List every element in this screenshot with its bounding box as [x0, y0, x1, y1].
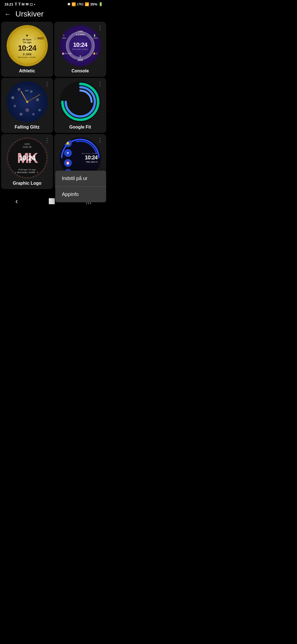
graphic-time: 10:24 [19, 154, 36, 162]
locked-in-more-button[interactable]: ⋮ [96, 136, 104, 144]
heart-icon-btn: ♥ [64, 149, 72, 157]
run-icon-sm2: 🏃 [36, 171, 39, 173]
console-time: 10:24 [72, 41, 88, 48]
console-face-display: 🏃64% 🔋100% LON 3:24PM 10:24 MICHAEL KORS… [60, 25, 101, 66]
status-bar: 19.21 𝕋 𝕋 M ✉ ◻ • ✱ 🛜 LTE1 📶 35% 🔋 [0, 0, 107, 7]
graphic-logo-more-button[interactable]: ⋮ [43, 136, 51, 144]
google-fit-watch-face [60, 81, 101, 122]
status-time: 19.21 [4, 2, 13, 6]
google-fit-rings-svg [60, 81, 101, 122]
graphic-heart-rate: ♥ 80 bpm 7m ago [18, 168, 36, 171]
email-icon: ✉ [26, 2, 29, 6]
console-brand: MICHAEL KORS [72, 48, 88, 50]
watch-center [26, 101, 28, 103]
bluetooth-icon: ✱ [67, 2, 70, 6]
falling-glitz-face-display: MK [7, 81, 48, 122]
tiktok-icon-2: 𝕋 [18, 2, 21, 6]
run-icon-sm: ♦ [15, 171, 16, 173]
console-more-button[interactable]: ⋮ [96, 24, 104, 32]
falling-glitz-more-button[interactable]: ⋮ [43, 80, 51, 88]
app-info-menu-item[interactable]: Appinfo [55, 187, 106, 202]
falling-glitz-label: Falling Glitz [15, 125, 40, 130]
page-title: Urskiver [15, 10, 44, 18]
google-fit-more-button[interactable]: ⋮ [96, 80, 104, 88]
battery-level: 35% [90, 2, 97, 6]
heart-icon: ♥ [26, 33, 28, 38]
watch-card-console[interactable]: ⋮ 🏃64% 🔋100% LON 3:24PM 10:24 MICHAEL KO… [54, 22, 106, 77]
graphic-logo-face-display: 100% AUG 25 MK 10:24 ♥ 80 bpm 7m ago ♦ M… [7, 137, 48, 179]
console-duration: 📅 4H 36M [62, 53, 72, 55]
status-right: ✱ 🛜 LTE1 📶 35% 🔋 [67, 2, 103, 6]
tiktok-icon-1: 𝕋 [15, 2, 17, 6]
bell-icon-btn: 🔔 [64, 139, 72, 147]
graphic-logo-watch-face: 100% AUG 25 MK 10:24 ♥ 80 bpm 7m ago ♦ M… [7, 137, 48, 179]
battery-icon: 🔋 [98, 2, 103, 6]
google-fit-face-display [60, 81, 101, 122]
console-time-block: 10:24 MICHAEL KORS [72, 41, 88, 50]
console-watch-face: 🏃64% 🔋100% LON 3:24PM 10:24 MICHAEL KORS… [60, 25, 101, 66]
instagram-icon: ◻ [30, 2, 33, 6]
watch-card-google-fit[interactable]: ⋮ Google Fit [54, 78, 106, 133]
page-header: ← Urskiver [0, 7, 107, 22]
graphic-date: AUG 25 [23, 146, 31, 148]
console-date: 3 JAN [77, 55, 83, 62]
athletic-inner-display: ♥ 80 bpm 7m ago 10:24 3 JAN MICHAEL KORS [18, 33, 36, 58]
athletic-face-display: 🏃 6423 ♥ 80 bpm 7m ago 10:24 3 JAN MICHA… [7, 25, 48, 66]
locked-time: 10:24 [82, 154, 97, 161]
lte-indicator: LTE1 [77, 3, 84, 6]
wifi-icon: 🛜 [72, 2, 76, 6]
graphic-battery: 100% [24, 143, 30, 145]
athletic-watch-face: 🏃 6423 ♥ 80 bpm 7m ago 10:24 3 JAN MICHA… [7, 25, 48, 66]
console-label: Console [72, 69, 89, 73]
locked-date: FRI, NOV 9 [82, 161, 97, 163]
graphic-logo-label: Graphic Logo [13, 181, 42, 186]
google-fit-label: Google Fit [69, 125, 91, 130]
dot-indicator: • [34, 2, 35, 6]
watch-faces-grid: 🏃 6423 ♥ 80 bpm 7m ago 10:24 3 JAN MICHA… [0, 22, 107, 189]
athletic-heart-rate: 80 bpm 7m ago [23, 38, 32, 44]
signal-icon: 📶 [85, 2, 89, 6]
athletic-date: 3 JAN [23, 53, 31, 56]
watch-card-graphic-logo[interactable]: ⋮ 100% AUG 25 MK 10:24 ♥ 80 bpm 7m ago ♦… [1, 134, 53, 189]
status-left: 19.21 𝕋 𝕋 M ✉ ◻ • [4, 2, 35, 6]
clock-icon-btn: ⏰ [64, 159, 72, 167]
locked-info-block: MICHAEL KORS 10:24 FRI, NOV 9 [82, 153, 97, 163]
athletic-time: 10:24 [18, 44, 36, 53]
falling-glitz-watch-face: MK [7, 81, 48, 122]
nav-back-button[interactable]: ‹ [9, 195, 24, 208]
athletic-brand: MICHAEL KORS [18, 56, 36, 58]
console-battery: 🔋100% [93, 34, 98, 39]
context-menu-dropdown: Indstil på ur Appinfo [55, 171, 106, 202]
mk-logo: MK [25, 89, 29, 92]
graphic-brand: ♦ MICHAEL KORS 🏃 [15, 171, 39, 174]
watch-card-athletic[interactable]: 🏃 6423 ♥ 80 bpm 7m ago 10:24 3 JAN MICHA… [1, 22, 53, 77]
set-on-watch-menu-item[interactable]: Indstil på ur [55, 171, 106, 186]
back-button[interactable]: ← [4, 10, 11, 18]
gmail-icon: M [22, 2, 25, 6]
athletic-label: Athletic [19, 69, 35, 73]
watch-card-falling-glitz[interactable]: ⋮ MK Falling Glitz [1, 78, 53, 133]
console-notifications: 🔔 3 [93, 52, 98, 55]
console-run-icon: 🏃64% [62, 34, 66, 39]
